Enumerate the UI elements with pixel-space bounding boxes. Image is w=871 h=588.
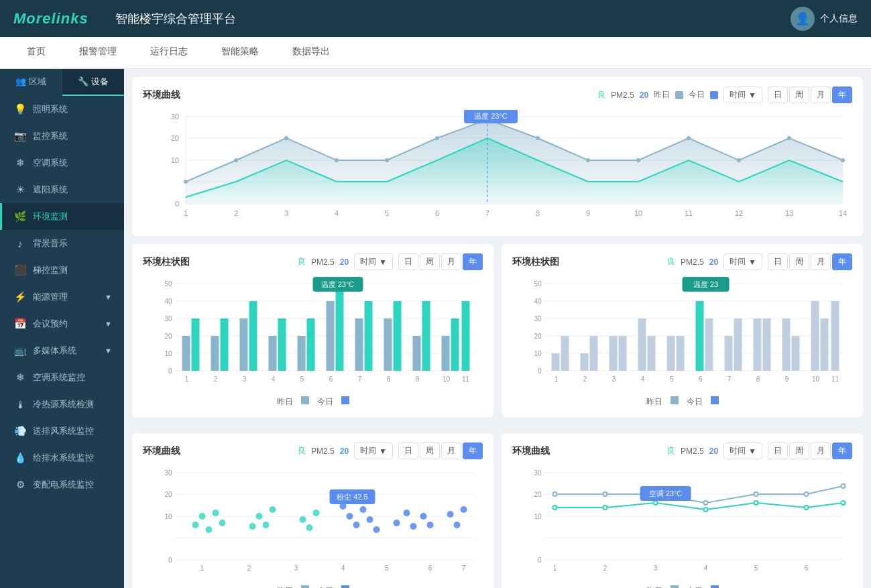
env-bar2-header: 环境柱状图 良 PM2.5 20 时间 ▼ 日 周 月 年 (512, 253, 852, 270)
svg-text:12: 12 (735, 209, 743, 217)
sidebar-item-ac-monitor[interactable]: ❄ 空调系统监控 (0, 364, 124, 391)
sidebar-tab-zone[interactable]: 👥 区域 (0, 69, 62, 96)
svg-text:30: 30 (534, 315, 542, 322)
sidebar-item-env[interactable]: 🌿 环境监测 (0, 203, 124, 230)
elevator-icon: ⬛ (14, 264, 26, 276)
bar2-yesterday-color (671, 396, 679, 404)
scatter-day[interactable]: 日 (398, 443, 418, 459)
bar1-week[interactable]: 周 (420, 253, 440, 270)
svg-text:1: 1 (200, 565, 205, 572)
meeting-arrow: ▼ (105, 320, 112, 328)
bottom-charts-grid: 环境曲线 良 PM2.5 20 时间 ▼ 日 周 月 年 (132, 433, 863, 588)
bar (792, 336, 800, 371)
legend-val: 20 (640, 91, 648, 100)
sidebar-item-lighting[interactable]: 💡 照明系统 (0, 96, 124, 123)
bar1-today-color (341, 396, 349, 404)
scatter-month[interactable]: 月 (441, 443, 461, 459)
scatter-year[interactable]: 年 (463, 443, 483, 459)
period-btns-curve: 日 周 月 年 (768, 86, 852, 103)
sidebar-item-shading[interactable]: ☀ 遮阳系统 (0, 176, 124, 203)
tab-alarm[interactable]: 报警管理 (66, 38, 130, 68)
tab-strategy[interactable]: 智能策略 (208, 38, 272, 68)
env-bar1-svg: 50 40 30 20 10 0 (143, 277, 483, 391)
svg-text:5: 5 (385, 209, 389, 217)
line2-week[interactable]: 周 (789, 443, 809, 459)
svg-text:10: 10 (164, 350, 172, 357)
bar2-today-label: 今日 (687, 396, 703, 408)
sidebar-item-ventilation[interactable]: 💨 送排风系统监控 (0, 418, 124, 445)
user-info[interactable]: 👤 个人信息 (791, 7, 858, 31)
svg-text:2: 2 (603, 565, 607, 572)
sidebar-tab-device[interactable]: 🔧 设备 (62, 69, 125, 96)
dot-highlight (373, 526, 380, 533)
line2 (555, 503, 844, 510)
time-selector-scatter[interactable]: 时间 ▼ (354, 443, 393, 459)
svg-text:0: 0 (538, 556, 542, 564)
pt (754, 492, 758, 496)
bar1-day[interactable]: 日 (398, 253, 418, 270)
svg-text:50: 50 (534, 280, 542, 288)
bar1-year[interactable]: 年 (463, 253, 483, 270)
svg-text:4: 4 (641, 375, 645, 383)
sidebar-item-energy[interactable]: ⚡ 能源管理 ▼ (0, 284, 124, 310)
period-btns-scatter: 日 周 月 年 (398, 443, 483, 459)
svg-text:2: 2 (214, 375, 218, 383)
sidebar-item-hvac[interactable]: 🌡 冷热源系统检测 (0, 391, 124, 418)
env-curve-legend: 良 PM2.5 20 昨日 今日 时间 ▼ 日 周 月 年 (597, 86, 852, 103)
bar2-month[interactable]: 月 (811, 253, 831, 270)
tab-home[interactable]: 首页 (13, 38, 59, 68)
yesterday-dot (675, 91, 683, 99)
svg-text:20: 20 (164, 491, 172, 498)
svg-text:1: 1 (555, 375, 559, 383)
dot (404, 510, 410, 516)
logo: Morelinks (13, 10, 89, 27)
sidebar-item-ac[interactable]: ❄ 空调系统 (0, 150, 124, 176)
time-selector-curve[interactable]: 时间 ▼ (723, 86, 762, 103)
svg-text:9: 9 (586, 209, 590, 217)
bar2-year[interactable]: 年 (832, 253, 852, 270)
pt (841, 484, 846, 488)
period-month[interactable]: 月 (811, 86, 831, 103)
sidebar-item-meeting[interactable]: 📅 会议预约 ▼ (0, 310, 124, 337)
sidebar-item-music[interactable]: ♪ 背景音乐 (0, 230, 124, 257)
bar (734, 318, 742, 371)
pt (805, 492, 809, 496)
tab-export[interactable]: 数据导出 (279, 38, 343, 68)
pt (805, 506, 809, 510)
env-bar1-card: 环境柱状图 良 PM2.5 20 时间 ▼ 日 周 月 年 (132, 244, 493, 417)
bar2-day[interactable]: 日 (768, 253, 788, 270)
lighting-icon: 💡 (14, 103, 26, 115)
line2-day[interactable]: 日 (768, 443, 788, 459)
period-year[interactable]: 年 (832, 86, 852, 103)
sidebar-item-elevator[interactable]: ⬛ 梯控监测 (0, 257, 124, 284)
pt (704, 501, 708, 505)
shading-icon: ☀ (14, 184, 26, 196)
bar (821, 318, 829, 371)
ventilation-icon: 💨 (14, 425, 26, 437)
bar1-month[interactable]: 月 (441, 253, 461, 270)
svg-text:9: 9 (785, 375, 789, 383)
line2-year[interactable]: 年 (832, 443, 852, 459)
scatter-week[interactable]: 周 (420, 443, 440, 459)
svg-text:1: 1 (184, 209, 188, 217)
dropdown-icon4: ▼ (748, 447, 756, 456)
sidebar-item-electric[interactable]: ⚙ 变配电系统监控 (0, 471, 124, 498)
sidebar-item-monitor[interactable]: 📷 监控系统 (0, 123, 124, 150)
time-selector-bar2[interactable]: 时间 ▼ (723, 253, 762, 270)
dot (447, 511, 454, 518)
bar (240, 318, 248, 371)
env-bar1-title: 环境柱状图 (143, 256, 190, 268)
period-day[interactable]: 日 (768, 86, 788, 103)
tab-log[interactable]: 运行日志 (137, 38, 201, 68)
time-selector-line2[interactable]: 时间 ▼ (723, 443, 762, 459)
svg-text:10: 10 (443, 375, 451, 383)
bar2-legend-bottom: 昨日 今日 (512, 396, 852, 408)
line2-month[interactable]: 月 (811, 443, 831, 459)
period-week[interactable]: 周 (789, 86, 809, 103)
time-selector-bar1[interactable]: 时间 ▼ (354, 253, 393, 270)
sidebar-item-media[interactable]: 📺 多媒体系统 ▼ (0, 337, 124, 364)
bar2-week[interactable]: 周 (789, 253, 809, 270)
energy-icon: ⚡ (14, 291, 26, 303)
sidebar-item-water[interactable]: 💧 给排水系统监控 (0, 445, 124, 471)
point (787, 136, 791, 140)
